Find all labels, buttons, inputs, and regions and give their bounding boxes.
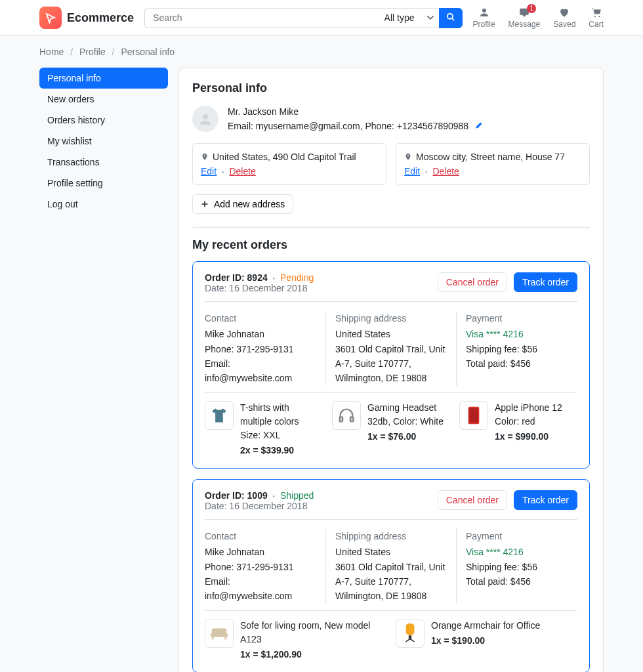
shipping-country: United States: [335, 327, 447, 341]
product-price: 1x = $190.00: [431, 634, 540, 648]
add-address-button[interactable]: Add new address: [192, 194, 293, 214]
svg-point-0: [447, 13, 452, 18]
address-delete-link[interactable]: Delete: [229, 166, 255, 177]
svg-line-1: [451, 18, 454, 20]
payment-heading: Payment: [466, 311, 577, 326]
sidebar-item-my-wishlist[interactable]: My wishlist: [39, 131, 168, 152]
shipping-heading: Shipping address: [335, 529, 447, 543]
product-thumbnail: [459, 401, 488, 430]
nav-saved[interactable]: Saved: [553, 7, 575, 29]
svg-point-4: [598, 16, 600, 17]
svg-rect-9: [350, 417, 354, 421]
avatar: [192, 106, 218, 132]
payment-fee: Shipping fee: $56: [466, 560, 577, 574]
payment-card: Visa **** 4216: [466, 327, 577, 341]
product-price: 1x = $990.00: [495, 430, 562, 444]
edit-profile-button[interactable]: [475, 121, 484, 131]
address-text: United States, 490 Old Capitol Trail: [213, 152, 356, 162]
product-price: 1x = $1,200.90: [240, 648, 386, 662]
product-thumbnail: [205, 619, 234, 648]
order-date: Date: 16 December 2018: [205, 501, 314, 511]
main-content: Personal info Mr. Jackson Mike Email: my…: [178, 68, 604, 672]
product-thumbnail: [396, 619, 425, 648]
breadcrumb: Home / Profile / Personal info: [39, 36, 604, 68]
payment-total: Total paid: $456: [466, 574, 577, 589]
shipping-address: 3601 Old Capitol Trail, Unit A-7, Suite …: [335, 560, 447, 604]
svg-point-2: [482, 9, 486, 12]
breadcrumb-current: Personal info: [121, 47, 175, 57]
breadcrumb-home[interactable]: Home: [39, 47, 64, 57]
order-item: T-shirts with multiple colors Size: XXL …: [205, 401, 323, 457]
pin-icon: [404, 152, 412, 161]
cancel-order-button[interactable]: Cancel order: [438, 272, 507, 292]
personal-info-heading: Personal info: [192, 81, 590, 95]
sidebar-item-label: My wishlist: [39, 131, 168, 152]
track-order-button[interactable]: Track order: [514, 272, 577, 292]
address-edit-link[interactable]: Edit: [404, 166, 420, 177]
sidebar-nav: Personal infoNew ordersOrders historyMy …: [39, 68, 168, 215]
address-card: United States, 490 Old Capitol Trail Edi…: [192, 143, 386, 185]
contact-email: Email: info@mywebsite.com: [205, 574, 316, 604]
order-id: Order ID: 1009: [205, 490, 268, 501]
product-variant: Color: red: [495, 415, 562, 429]
cart-icon: [591, 7, 602, 18]
search-button[interactable]: [439, 8, 463, 28]
contact-email: Email: info@mywebsite.com: [205, 356, 316, 386]
order-date: Date: 16 December 2018: [205, 283, 314, 293]
search-form: All type: [144, 8, 463, 28]
order-item: Gaming Headset 32db, Color: White 1x = $…: [332, 401, 450, 457]
product-thumbnail: [332, 401, 361, 430]
contact-name: Mike Johnatan: [205, 545, 316, 559]
payment-heading: Payment: [466, 529, 577, 543]
contact-name: Mike Johnatan: [205, 327, 316, 341]
cancel-order-button[interactable]: Cancel order: [438, 490, 507, 510]
payment-fee: Shipping fee: $56: [466, 342, 577, 356]
plus-icon: [201, 200, 209, 208]
sidebar-item-label: Log out: [39, 194, 168, 215]
recent-orders-heading: My recent orders: [192, 238, 590, 252]
svg-rect-15: [224, 637, 226, 639]
contact-heading: Contact: [205, 311, 316, 326]
nav-message[interactable]: 1 Message: [508, 7, 541, 29]
sidebar-item-label: New orders: [39, 89, 168, 110]
address-delete-link[interactable]: Delete: [432, 166, 459, 177]
search-type-select[interactable]: All type: [377, 8, 439, 28]
sidebar-item-label: Personal info: [39, 68, 168, 89]
order-item: Orange Armchair for Office 1x = $190.00: [396, 619, 577, 662]
contact-heading: Contact: [205, 529, 316, 543]
sidebar-item-profile-setting[interactable]: Profile setting: [39, 173, 168, 194]
svg-rect-11: [469, 408, 478, 423]
pencil-icon: [475, 120, 484, 129]
order-item: Sofe for living room, New model A123 1x …: [205, 619, 386, 662]
sidebar-item-orders-history[interactable]: Orders history: [39, 110, 168, 131]
brand-link[interactable]: Ecommerce: [39, 7, 134, 29]
contact-phone: Phone: 371-295-9131: [205, 342, 316, 356]
track-order-button[interactable]: Track order: [514, 490, 577, 510]
nav-profile[interactable]: Profile: [473, 7, 495, 29]
svg-point-3: [594, 16, 595, 17]
order-status: Pending: [280, 272, 314, 283]
shipping-heading: Shipping address: [335, 311, 447, 326]
sidebar-item-label: Orders history: [39, 110, 168, 131]
sidebar-item-log-out[interactable]: Log out: [39, 194, 168, 215]
order-status: Shipped: [280, 490, 314, 501]
nav-cart[interactable]: Cart: [589, 7, 604, 29]
product-name: Sofe for living room, New model A123: [240, 619, 386, 646]
sidebar-item-transactions[interactable]: Transactions: [39, 152, 168, 173]
address-edit-link[interactable]: Edit: [201, 166, 217, 177]
svg-rect-13: [211, 633, 228, 637]
product-price: 2x = $339.90: [240, 444, 323, 457]
sidebar-item-new-orders[interactable]: New orders: [39, 89, 168, 110]
order-card: Order ID: 8924 • Pending Date: 16 Decemb…: [192, 261, 590, 469]
search-input[interactable]: [144, 8, 377, 28]
svg-point-5: [203, 114, 208, 119]
sidebar-item-personal-info[interactable]: Personal info: [39, 68, 168, 89]
breadcrumb-profile[interactable]: Profile: [79, 47, 106, 57]
profile-name: Mr. Jackson Mike: [228, 104, 484, 119]
brand-name: Ecommerce: [67, 11, 134, 25]
svg-rect-8: [340, 417, 343, 421]
brand-logo-icon: [39, 7, 62, 29]
svg-rect-14: [212, 637, 214, 639]
payment-card: Visa **** 4216: [466, 545, 577, 559]
order-id: Order ID: 8924: [205, 272, 268, 283]
